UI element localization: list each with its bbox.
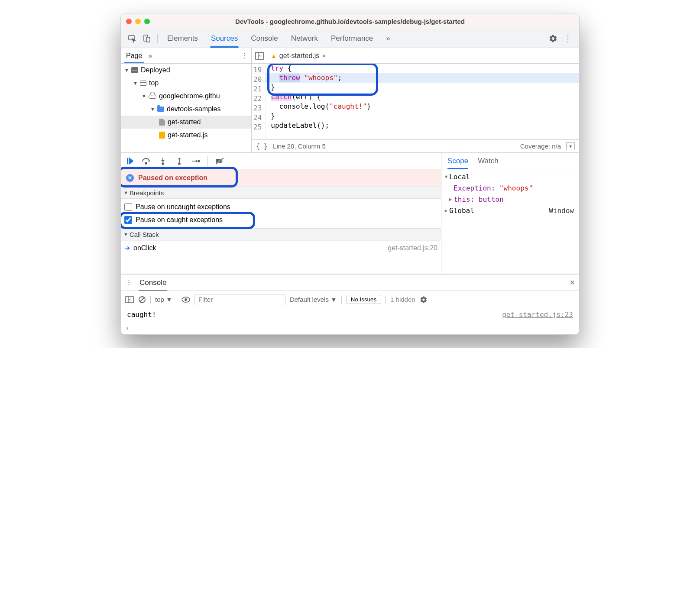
debugger-left: ✕ Paused on exception ▼Breakpoints Pause… bbox=[121, 153, 441, 274]
editor-tabs: ▲ get-started.js × bbox=[252, 48, 579, 63]
warning-icon: ▲ bbox=[271, 52, 277, 59]
tree-file-html[interactable]: get-started bbox=[121, 116, 251, 129]
tree-folder[interactable]: ▼devtools-samples bbox=[121, 103, 251, 116]
console-drawer-tabs: ⋮ Console × bbox=[121, 275, 579, 291]
tab-more[interactable]: » bbox=[380, 30, 396, 47]
deactivate-breakpoints-icon[interactable] bbox=[215, 156, 224, 166]
titlebar: DevTools - googlechrome.github.io/devtoo… bbox=[121, 13, 579, 29]
svg-rect-2 bbox=[146, 37, 150, 42]
tab-watch[interactable]: Watch bbox=[478, 157, 499, 165]
scope-global[interactable]: ▶GlobalWindow bbox=[441, 205, 579, 216]
callstack-frame[interactable]: ➔ onClick get-started.js:20 bbox=[121, 240, 441, 255]
tab-sources[interactable]: Sources bbox=[205, 30, 244, 47]
tab-console[interactable]: Console bbox=[245, 30, 284, 47]
tree-domain[interactable]: ▼googlechrome.githu bbox=[121, 90, 251, 103]
scope-body: ▼Local Exception: "whoops" ▶this: button… bbox=[441, 169, 579, 274]
svg-point-7 bbox=[162, 163, 164, 165]
tab-performance[interactable]: Performance bbox=[325, 30, 379, 47]
issues-button[interactable]: No Issues bbox=[346, 295, 381, 304]
navigator-tabs: Page » ⋮ bbox=[121, 48, 252, 63]
console-settings-icon[interactable] bbox=[420, 296, 428, 304]
window-controls bbox=[126, 19, 150, 24]
pause-caught-checkbox[interactable]: Pause on caught exceptions bbox=[124, 213, 438, 226]
coverage-indicator: Coverage: n/a bbox=[520, 142, 561, 150]
navigator-more-tabs[interactable]: » bbox=[148, 52, 152, 60]
editor-tab-filename: get-started.js bbox=[279, 52, 319, 60]
console-prompt[interactable]: › bbox=[121, 321, 579, 334]
pause-message: Paused on exception bbox=[138, 174, 207, 182]
pretty-print-icon[interactable]: { } bbox=[256, 142, 268, 150]
devtools-window: DevTools - googlechrome.github.io/devtoo… bbox=[120, 13, 580, 335]
console-tab[interactable]: Console bbox=[139, 275, 167, 291]
debugger-toolbar bbox=[121, 153, 441, 169]
document-icon bbox=[159, 119, 165, 126]
svg-point-9 bbox=[178, 163, 180, 165]
debugger-right: Scope Watch ▼Local Exception: "whoops" ▶… bbox=[441, 153, 579, 274]
page-tab[interactable]: Page bbox=[124, 49, 144, 63]
navigator-menu-icon[interactable]: ⋮ bbox=[241, 52, 248, 60]
debugger-panes: ✕ Paused on exception ▼Breakpoints Pause… bbox=[121, 153, 579, 274]
console-toolbar: top ▼ Default levels ▼ No Issues 1 hidde… bbox=[121, 291, 579, 308]
frame-icon bbox=[140, 81, 146, 86]
tab-scope[interactable]: Scope bbox=[447, 153, 468, 169]
svg-point-19 bbox=[185, 298, 187, 301]
device-toolbar-icon[interactable] bbox=[140, 32, 154, 45]
editor-dropdown-icon[interactable]: ▾ bbox=[566, 142, 575, 150]
console-sidebar-icon[interactable] bbox=[125, 296, 134, 303]
scope-exception[interactable]: Exception: "whoops" bbox=[441, 182, 579, 194]
tab-elements[interactable]: Elements bbox=[161, 30, 204, 47]
editor-tab-active[interactable]: ▲ get-started.js × bbox=[268, 50, 328, 61]
callstack-header[interactable]: ▼Call Stack bbox=[121, 228, 441, 240]
inspect-element-icon[interactable] bbox=[125, 32, 139, 45]
hidden-count: 1 hidden bbox=[390, 296, 415, 303]
step-into-icon[interactable] bbox=[158, 156, 168, 166]
settings-icon[interactable] bbox=[546, 32, 560, 45]
close-drawer-icon[interactable]: × bbox=[570, 278, 575, 288]
scope-watch-tabs: Scope Watch bbox=[441, 153, 579, 169]
context-selector[interactable]: top ▼ bbox=[155, 296, 172, 303]
step-out-icon[interactable] bbox=[175, 156, 184, 166]
breakpoints-header[interactable]: ▼Breakpoints bbox=[121, 187, 441, 199]
kebab-menu-icon[interactable]: ⋮ bbox=[561, 31, 575, 46]
filter-input[interactable] bbox=[194, 294, 285, 305]
console-source-link[interactable]: get-started.js:23 bbox=[502, 310, 573, 319]
minimize-window-button[interactable] bbox=[135, 19, 141, 24]
sources-sub-tabs: Page » ⋮ ▲ get-started.js × bbox=[121, 48, 579, 64]
breakpoints-body: Pause on uncaught exceptions Pause on ca… bbox=[121, 199, 441, 228]
window-title: DevTools - googlechrome.github.io/devtoo… bbox=[121, 18, 579, 25]
scope-local[interactable]: ▼Local bbox=[441, 171, 579, 182]
divider bbox=[157, 34, 158, 43]
tree-top-frame[interactable]: ▼top bbox=[121, 77, 251, 90]
pause-banner: ✕ Paused on exception bbox=[121, 169, 441, 187]
log-levels-selector[interactable]: Default levels ▼ bbox=[290, 296, 337, 303]
folder-icon bbox=[157, 107, 164, 112]
clear-console-icon[interactable] bbox=[138, 296, 146, 304]
step-icon[interactable] bbox=[191, 156, 201, 166]
svg-point-5 bbox=[145, 162, 147, 164]
toggle-navigator-icon[interactable] bbox=[255, 52, 264, 60]
pause-exception-icon: ✕ bbox=[126, 174, 134, 182]
tab-network[interactable]: Network bbox=[285, 30, 324, 47]
code-body[interactable]: try { throw "whoops"; } catch(err) { con… bbox=[266, 64, 579, 139]
line-gutter[interactable]: 19202122232425 bbox=[252, 64, 266, 139]
close-tab-icon[interactable]: × bbox=[322, 52, 326, 59]
scope-this[interactable]: ▶this: button bbox=[441, 194, 579, 205]
console-drawer: ⋮ Console × top ▼ Default levels ▼ No Is… bbox=[121, 274, 579, 334]
tree-file-js[interactable]: get-started.js bbox=[121, 129, 251, 142]
svg-point-11 bbox=[198, 160, 200, 162]
code-editor: 19202122232425 try { throw "whoops"; } c… bbox=[252, 64, 579, 152]
zoom-window-button[interactable] bbox=[144, 19, 150, 24]
resume-icon[interactable] bbox=[125, 156, 135, 166]
close-window-button[interactable] bbox=[126, 19, 132, 24]
pause-uncaught-checkbox[interactable]: Pause on uncaught exceptions bbox=[124, 200, 438, 213]
tree-deployed[interactable]: ▼Deployed bbox=[121, 64, 251, 77]
drawer-menu-icon[interactable]: ⋮ bbox=[125, 278, 133, 287]
svg-line-17 bbox=[140, 297, 144, 302]
step-over-icon[interactable] bbox=[142, 156, 151, 166]
console-log-line[interactable]: caught! get-started.js:23 bbox=[121, 308, 579, 321]
live-expression-icon[interactable] bbox=[181, 297, 190, 303]
file-navigator: ▼Deployed ▼top ▼googlechrome.githu ▼devt… bbox=[121, 64, 252, 152]
cursor-position: Line 20, Column 5 bbox=[273, 142, 326, 150]
script-icon bbox=[159, 132, 165, 139]
cloud-icon bbox=[149, 94, 156, 99]
